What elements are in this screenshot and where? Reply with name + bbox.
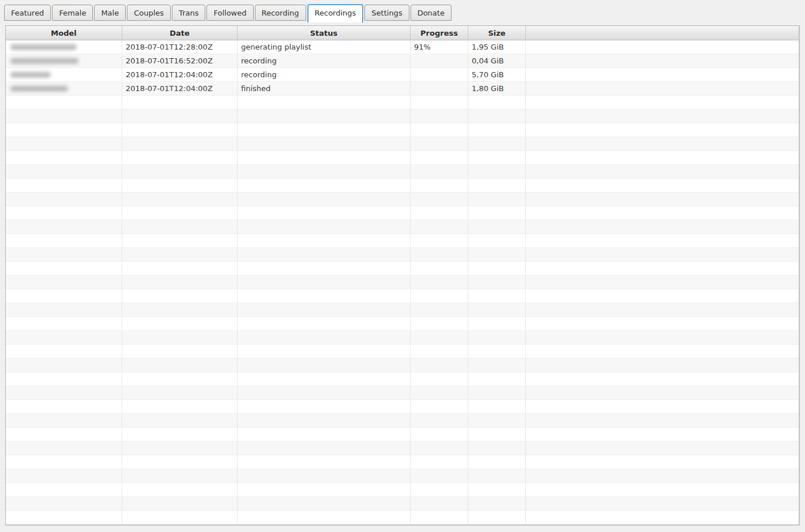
empty-row[interactable] (6, 262, 799, 276)
empty-row[interactable] (6, 345, 799, 359)
cell-size (468, 262, 526, 275)
cell-date (122, 331, 238, 344)
cell-filler (526, 234, 799, 247)
empty-row[interactable] (6, 206, 799, 220)
cell-date (122, 359, 238, 372)
cell-model (6, 262, 122, 275)
cell-progress (411, 442, 468, 455)
cell-status (238, 317, 411, 330)
cell-status (238, 151, 411, 164)
recording-row[interactable]: 2018-07-01T16:52:00Zrecording0,04 GiB (6, 54, 799, 68)
empty-row[interactable] (6, 511, 799, 525)
cell-date (122, 137, 238, 150)
tab-trans[interactable]: Trans (172, 5, 205, 21)
empty-row[interactable] (6, 428, 799, 442)
cell-progress (411, 455, 468, 469)
empty-row[interactable] (6, 455, 799, 469)
cell-progress (411, 248, 468, 261)
cell-size (468, 179, 526, 192)
empty-row[interactable] (6, 276, 799, 289)
column-header-size[interactable]: Size (468, 26, 526, 40)
empty-row[interactable] (6, 110, 799, 123)
tab-bar: FeaturedFemaleMaleCouplesTransFollowedRe… (0, 0, 805, 21)
cell-filler (526, 40, 799, 54)
tab-followed[interactable]: Followed (206, 5, 253, 21)
empty-row[interactable] (6, 220, 799, 234)
cell-size (468, 469, 526, 482)
cell-model (6, 372, 122, 386)
column-header-progress[interactable]: Progress (411, 26, 468, 40)
cell-filler (526, 400, 799, 413)
cell-status (238, 179, 411, 192)
cell-model (6, 276, 122, 289)
recording-row[interactable]: 2018-07-01T12:04:00Zfinished1,80 GiB (6, 82, 799, 96)
cell-model (6, 455, 122, 469)
empty-row[interactable] (6, 497, 799, 511)
tab-donate[interactable]: Donate (411, 5, 452, 21)
empty-row[interactable] (6, 400, 799, 414)
cell-date: 2018-07-01T16:52:00Z (122, 54, 238, 67)
recording-row[interactable]: 2018-07-01T12:04:00Zrecording5,70 GiB (6, 68, 799, 82)
cell-model (6, 165, 122, 178)
cell-progress (411, 345, 468, 358)
cell-size (468, 497, 526, 510)
cell-size (468, 359, 526, 372)
cell-status (238, 497, 411, 510)
cell-date (122, 317, 238, 330)
empty-row[interactable] (6, 179, 799, 193)
column-header-model[interactable]: Model (6, 26, 122, 40)
cell-status: generating playlist (238, 40, 411, 54)
empty-row[interactable] (6, 483, 799, 497)
empty-row[interactable] (6, 303, 799, 317)
empty-row[interactable] (6, 123, 799, 137)
cell-date (122, 234, 238, 247)
empty-row[interactable] (6, 386, 799, 400)
tab-settings[interactable]: Settings (364, 5, 409, 21)
tab-male[interactable]: Male (94, 5, 126, 21)
empty-row[interactable] (6, 151, 799, 165)
empty-row[interactable] (6, 234, 799, 248)
empty-row[interactable] (6, 372, 799, 386)
cell-date (122, 511, 238, 524)
empty-row[interactable] (6, 317, 799, 331)
empty-row[interactable] (6, 165, 799, 179)
redacted-model-name (10, 71, 51, 78)
column-header-status[interactable]: Status (238, 26, 411, 40)
cell-date (122, 276, 238, 289)
cell-status (238, 110, 411, 123)
cell-progress (411, 331, 468, 344)
cell-status (238, 428, 411, 441)
empty-row[interactable] (6, 359, 799, 372)
tab-recording[interactable]: Recording (255, 5, 306, 21)
cell-progress (411, 497, 468, 510)
cell-date (122, 220, 238, 233)
cell-progress (411, 414, 468, 427)
redacted-model-name (10, 58, 78, 64)
cell-filler (526, 303, 799, 316)
empty-row[interactable] (6, 289, 799, 303)
tab-recordings[interactable]: Recordings (307, 4, 364, 22)
empty-row[interactable] (6, 193, 799, 206)
cell-filler (526, 123, 799, 137)
cell-status: recording (238, 54, 411, 67)
empty-row[interactable] (6, 331, 799, 345)
empty-row[interactable] (6, 137, 799, 151)
cell-model (6, 428, 122, 441)
column-header-date[interactable]: Date (122, 26, 238, 40)
empty-row[interactable] (6, 248, 799, 262)
tab-featured[interactable]: Featured (4, 5, 51, 21)
empty-row[interactable] (6, 96, 799, 110)
cell-status (238, 359, 411, 372)
empty-row[interactable] (6, 442, 799, 455)
cell-size (468, 289, 526, 303)
empty-row[interactable] (6, 414, 799, 428)
tab-couples[interactable]: Couples (127, 5, 171, 21)
recording-row[interactable]: 2018-07-01T12:28:00Zgenerating playlist9… (6, 40, 799, 54)
cell-progress (411, 317, 468, 330)
cell-progress (411, 359, 468, 372)
empty-row[interactable] (6, 469, 799, 483)
cell-size (468, 193, 526, 206)
tab-female[interactable]: Female (52, 5, 93, 21)
column-header-filler (526, 26, 799, 40)
cell-progress (411, 151, 468, 164)
